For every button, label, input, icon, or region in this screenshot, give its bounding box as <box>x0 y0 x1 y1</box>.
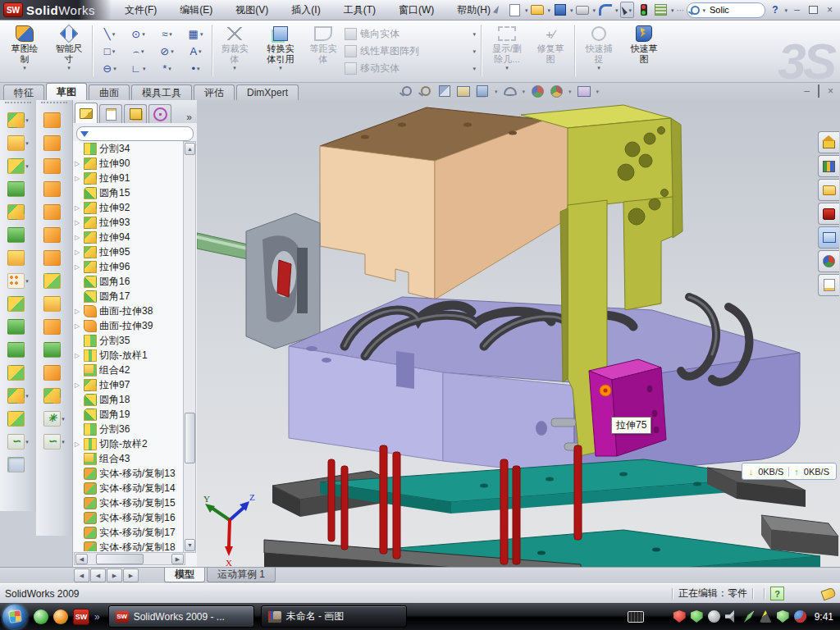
quick-snaps-button[interactable]: 快速捕 捉 ▾ <box>579 23 619 79</box>
tree-item[interactable]: ▷ 曲面-拉伸39 <box>73 318 185 333</box>
sketch-entity-caret-icon[interactable]: ▾ <box>113 66 116 71</box>
cavity-insert[interactable] <box>197 213 320 349</box>
tree-item[interactable]: ▷ 圆角17 <box>73 289 185 304</box>
tree-item[interactable]: ▷ 圆角18 <box>73 392 185 407</box>
features-toolbar-button[interactable]: ▾ <box>7 365 29 381</box>
doc-minimize-button[interactable]: – <box>804 85 810 97</box>
section-view-icon[interactable] <box>438 84 451 98</box>
expand-arrow-icon[interactable]: ▷ <box>75 204 81 212</box>
features-toolbar-button[interactable]: ▾ <box>7 319 29 335</box>
prev-tab-button[interactable]: ◀ <box>90 568 106 582</box>
menu-item[interactable]: 编辑(E) <box>168 1 224 19</box>
select-tool-button[interactable]: ▾ <box>620 2 634 18</box>
appearances-tab[interactable] <box>818 250 839 272</box>
scroll-thumb[interactable] <box>96 554 144 564</box>
expand-arrow-icon[interactable]: ▷ <box>75 352 81 359</box>
volume-icon[interactable] <box>725 610 737 623</box>
toolbar-grip[interactable] <box>41 102 67 110</box>
scroll-left-button[interactable]: ◀ <box>75 554 88 564</box>
options-button[interactable] <box>654 2 669 17</box>
scroll-down-button[interactable]: ▼ <box>185 539 195 551</box>
search-caret-icon[interactable]: ▾ <box>702 7 705 13</box>
first-tab-button[interactable]: ◀ <box>74 568 89 582</box>
taskbar-item-paint[interactable]: 未命名 - 画图 <box>261 605 407 628</box>
graphics-area[interactable]: Y Z X 拉伸75 <box>197 100 840 567</box>
toolbar-overflow-icon[interactable]: ⋯ <box>676 6 684 15</box>
tree-item[interactable]: ▷ 实体-移动/复制17 <box>73 525 185 540</box>
convert-caret-icon[interactable]: ▾ <box>279 65 282 71</box>
features-toolbar-button[interactable]: ▾ <box>7 204 29 220</box>
hide-show-items-icon[interactable] <box>504 84 517 98</box>
tree-item[interactable]: ▷ 拉伸95 <box>73 244 185 259</box>
minimize-button[interactable]: – <box>790 4 804 16</box>
tab-features[interactable]: 特征 <box>3 84 44 101</box>
new-caret-icon[interactable]: ▾ <box>525 7 528 13</box>
tab-surfaces[interactable]: 曲面 <box>89 84 130 101</box>
sync-blocked-icon[interactable] <box>794 610 806 623</box>
top-clamp-plate[interactable] <box>320 107 574 299</box>
tree-item[interactable]: ▷ 拉伸96 <box>73 259 185 274</box>
defender-shield-icon[interactable] <box>777 610 789 623</box>
print-button[interactable] <box>575 2 590 17</box>
view-orientation-icon[interactable] <box>457 84 470 98</box>
configuration-manager-tab[interactable] <box>124 104 147 123</box>
search-box[interactable]: ▾ <box>687 2 765 18</box>
smart-dimension-button[interactable]: 智能尺 寸 ▾ <box>48 23 90 79</box>
pin-icon[interactable] <box>491 2 505 17</box>
tree-item[interactable]: ▷ 分割34 <box>73 141 185 156</box>
tree-item[interactable]: ▷ 曲面-拉伸38 <box>73 304 185 318</box>
trim-entities-button[interactable]: 剪裁实 体 ▾ <box>215 23 254 79</box>
mold-tools-toolbar-caret-icon[interactable]: ▾ <box>62 416 65 422</box>
tree-item[interactable]: ▷ 拉伸93 <box>73 215 185 230</box>
tree-item[interactable]: ▷ 实体-移动/复制14 <box>73 481 185 495</box>
help-button[interactable]: ? <box>768 4 782 16</box>
mold-tools-toolbar-button[interactable]: ▾ <box>43 204 65 220</box>
tree-item[interactable]: ▷ 实体-移动/复制15 <box>73 495 185 510</box>
expand-arrow-icon[interactable]: ▷ <box>75 441 81 448</box>
tree-item[interactable]: ▷ 拉伸90 <box>73 156 185 171</box>
features-toolbar-caret-icon[interactable]: ▾ <box>25 140 29 146</box>
sketch-entity-button[interactable]: ╲▾ <box>95 25 124 43</box>
features-toolbar-caret-icon[interactable]: ▾ <box>25 117 29 123</box>
open-caret-icon[interactable]: ▾ <box>547 7 550 13</box>
mold-tools-toolbar-caret-icon[interactable]: ▾ <box>62 439 65 445</box>
expand-arrow-icon[interactable]: ▷ <box>75 234 81 241</box>
sketch-entity-button[interactable]: A▾ <box>181 43 210 60</box>
sketch-entity-button[interactable]: *▾ <box>153 60 181 77</box>
convert-entities-button[interactable]: 转换实 体引用 ▾ <box>258 23 304 79</box>
update-gear-icon[interactable] <box>708 610 720 623</box>
expand-arrow-icon[interactable]: ▷ <box>75 249 81 256</box>
mold-tools-toolbar-button[interactable]: ▾ <box>43 388 65 404</box>
tree-item[interactable]: ▷ 圆角15 <box>73 185 185 200</box>
quick-tips-icon[interactable]: ? <box>770 587 784 600</box>
tree-horizontal-scrollbar[interactable]: ◀ ▶ <box>74 552 185 565</box>
quick-launch-messenger-icon[interactable] <box>34 609 48 624</box>
mold-tools-toolbar-button[interactable]: ∽▾ <box>43 434 65 450</box>
tab-dimxpert[interactable]: DimXpert <box>236 84 299 101</box>
display-style-caret-icon[interactable]: ▾ <box>495 89 498 94</box>
tree-item[interactable]: ▷ 拉伸92 <box>73 200 185 215</box>
scene-caret-icon[interactable]: ▾ <box>568 89 572 94</box>
sketch-entity-caret-icon[interactable]: ▾ <box>200 31 203 37</box>
sketch-entity-button[interactable]: ≈▾ <box>153 25 181 43</box>
doc-close-button[interactable]: × <box>828 85 833 97</box>
pattern-tool-button[interactable]: 移动实体 ▾ <box>345 60 476 77</box>
sketch-entity-button[interactable]: ⊖▾ <box>95 60 124 77</box>
panel-overflow-button[interactable]: » <box>186 112 195 123</box>
sketch-entity-caret-icon[interactable]: ▾ <box>141 48 144 54</box>
undo-button[interactable] <box>598 2 613 17</box>
sketch-entity-button[interactable]: ▦▾ <box>181 25 210 43</box>
sketch-entity-button[interactable]: ⊘▾ <box>153 43 181 60</box>
tree-item[interactable]: ▷ 实体-移动/复制13 <box>73 466 185 481</box>
menu-item[interactable]: 窗口(W) <box>387 1 445 19</box>
taskbar-clock[interactable]: 9:41 <box>815 611 833 623</box>
display-delete-relations-button[interactable]: 显示/删 除几... ▾ <box>486 23 528 79</box>
tree-item[interactable]: ▷ 拉伸91 <box>73 171 185 185</box>
sketch-entity-button[interactable]: □▾ <box>95 43 124 60</box>
tab-model[interactable]: 模型 <box>164 568 205 582</box>
feature-manager-tab[interactable] <box>75 103 98 123</box>
dimxpert-manager-tab[interactable] <box>148 104 171 123</box>
features-toolbar-button[interactable]: ▾ <box>7 158 29 174</box>
toolbar-grip[interactable] <box>5 102 31 110</box>
resources-tab[interactable] <box>818 155 839 177</box>
